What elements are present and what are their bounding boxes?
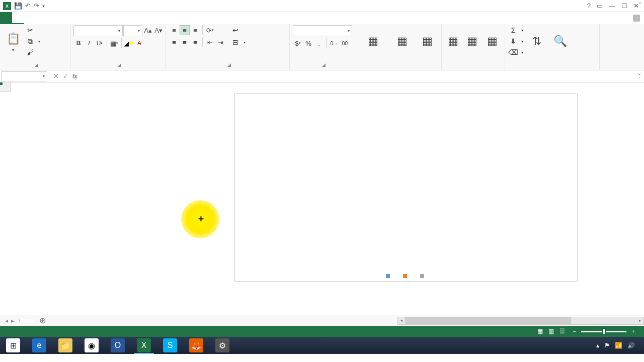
- tab-page-layout[interactable]: [36, 12, 48, 24]
- orientation-button[interactable]: ⟳▾: [205, 25, 215, 35]
- firefox-button[interactable]: 🦊: [183, 337, 209, 354]
- align-center-button[interactable]: ≡: [180, 37, 190, 47]
- tab-insert[interactable]: [24, 12, 36, 24]
- scroll-thumb[interactable]: [405, 317, 571, 324]
- clear-button[interactable]: ⌫▾: [508, 47, 524, 57]
- start-button[interactable]: ⊞: [0, 337, 26, 354]
- cut-button[interactable]: ✂: [25, 25, 41, 35]
- user-account[interactable]: [626, 12, 644, 24]
- formula-input[interactable]: [83, 71, 635, 81]
- autosum-button[interactable]: Σ▾: [508, 25, 524, 35]
- zoom-in-button[interactable]: +: [631, 328, 635, 335]
- comma-format-button[interactable]: ,: [314, 38, 324, 48]
- font-name-select[interactable]: ▾: [73, 25, 123, 36]
- system-tray[interactable]: ▴ ⚑ 📶 🔊: [592, 342, 644, 349]
- font-size-select[interactable]: ▾: [123, 25, 142, 36]
- format-as-table-button[interactable]: ▦: [390, 25, 415, 58]
- format-painter-button[interactable]: 🖌: [25, 47, 41, 57]
- paste-button[interactable]: 📋▾: [3, 25, 23, 58]
- copy-button[interactable]: ⧉▾: [25, 36, 41, 46]
- enter-formula-icon[interactable]: ✓: [63, 72, 68, 80]
- accounting-format-button[interactable]: $▾: [293, 38, 303, 48]
- number-format-select[interactable]: ▾: [293, 25, 352, 36]
- tab-scroll-left-icon[interactable]: ◂: [5, 317, 8, 324]
- expand-formula-bar-icon[interactable]: ˅: [635, 73, 644, 80]
- tab-review[interactable]: [72, 12, 85, 24]
- find-select-button[interactable]: 🔍: [549, 25, 571, 58]
- align-top-button[interactable]: ≡: [169, 25, 179, 35]
- bold-button[interactable]: B: [73, 38, 84, 48]
- underline-button[interactable]: U▾: [95, 38, 105, 48]
- worksheet-grid[interactable]: ✛: [0, 82, 644, 315]
- excel-taskbar-button[interactable]: X: [131, 337, 157, 354]
- cancel-formula-icon[interactable]: ✕: [53, 72, 59, 80]
- insert-cells-button[interactable]: ▦: [445, 25, 462, 58]
- scroll-right-icon[interactable]: ▸: [636, 317, 643, 324]
- app-button[interactable]: ⚙: [209, 337, 235, 354]
- decrease-indent-button[interactable]: ⇤: [205, 37, 215, 47]
- number-dialog-launcher[interactable]: ◢: [322, 62, 326, 67]
- page-layout-view-button[interactable]: ▥: [546, 327, 556, 335]
- sheet-tab[interactable]: [19, 319, 34, 322]
- decrease-decimal-button[interactable]: .00: [339, 38, 349, 48]
- page-break-view-button[interactable]: ☰: [557, 327, 568, 335]
- tray-up-icon[interactable]: ▴: [596, 342, 599, 349]
- tab-data[interactable]: [60, 12, 72, 24]
- help-icon[interactable]: ?: [587, 2, 591, 10]
- font-dialog-launcher[interactable]: ◢: [118, 62, 121, 67]
- tab-view[interactable]: [85, 12, 97, 24]
- clipboard-dialog-launcher[interactable]: ◢: [35, 62, 38, 67]
- tab-home[interactable]: [12, 12, 24, 24]
- border-button[interactable]: ▦▾: [109, 38, 119, 48]
- increase-indent-button[interactable]: ⇥: [215, 37, 225, 47]
- increase-decimal-button[interactable]: .0→: [329, 38, 339, 48]
- tab-formulas[interactable]: [48, 12, 60, 24]
- zoom-out-button[interactable]: −: [573, 328, 576, 335]
- conditional-formatting-button[interactable]: ▦: [358, 25, 388, 58]
- wrap-text-button[interactable]: ↩: [230, 25, 247, 35]
- tab-scroll-right-icon[interactable]: ▸: [11, 317, 14, 324]
- align-right-button[interactable]: ≡: [190, 37, 200, 47]
- italic-button[interactable]: I: [84, 38, 94, 48]
- align-middle-button[interactable]: ≡: [180, 25, 190, 35]
- fill-color-button[interactable]: ◢: [124, 38, 134, 48]
- explorer-button[interactable]: 📁: [52, 337, 78, 354]
- save-icon[interactable]: 💾: [14, 2, 22, 10]
- decrease-font-icon[interactable]: A▾: [153, 25, 164, 35]
- normal-view-button[interactable]: ▦: [535, 327, 545, 335]
- insert-function-icon[interactable]: fx: [72, 72, 77, 80]
- align-left-button[interactable]: ≡: [169, 37, 179, 47]
- maximize-icon[interactable]: ☐: [621, 2, 627, 10]
- delete-cells-button[interactable]: ▦: [464, 25, 481, 58]
- qat-customize-icon[interactable]: ▾: [42, 4, 45, 9]
- tray-flag-icon[interactable]: ⚑: [604, 342, 610, 349]
- tray-network-icon[interactable]: 📶: [615, 342, 622, 349]
- ribbon-display-icon[interactable]: ▭: [597, 2, 603, 10]
- cell-styles-button[interactable]: ▦: [417, 25, 438, 58]
- merge-center-button[interactable]: ⊟▾: [230, 37, 247, 47]
- undo-icon[interactable]: ↶: [25, 2, 31, 10]
- ie-button[interactable]: e: [26, 337, 52, 354]
- scroll-left-icon[interactable]: ◂: [398, 317, 405, 324]
- percent-format-button[interactable]: %: [303, 38, 313, 48]
- minimize-icon[interactable]: —: [609, 2, 615, 10]
- redo-icon[interactable]: ↷: [34, 2, 39, 10]
- outlook-button[interactable]: O: [105, 337, 131, 354]
- tray-volume-icon[interactable]: 🔊: [627, 342, 635, 349]
- format-cells-button[interactable]: ▦: [483, 25, 502, 58]
- gantt-chart[interactable]: [234, 94, 578, 282]
- collapse-ribbon-icon[interactable]: ˆ: [636, 2, 644, 9]
- tab-file[interactable]: [0, 12, 12, 24]
- new-sheet-button[interactable]: ⊕: [34, 316, 51, 325]
- font-color-button[interactable]: A: [134, 38, 144, 48]
- fill-button[interactable]: ⬇▾: [508, 36, 524, 46]
- align-bottom-button[interactable]: ≡: [190, 25, 200, 35]
- sort-filter-button[interactable]: ⇅: [526, 25, 547, 58]
- chrome-button[interactable]: ◉: [78, 337, 105, 354]
- horizontal-scrollbar[interactable]: ◂ ▸: [397, 317, 644, 325]
- skype-button[interactable]: S: [157, 337, 183, 354]
- increase-font-icon[interactable]: A▴: [143, 25, 153, 35]
- alignment-dialog-launcher[interactable]: ◢: [227, 62, 231, 67]
- zoom-slider[interactable]: [581, 331, 626, 332]
- select-all-button[interactable]: [0, 82, 11, 92]
